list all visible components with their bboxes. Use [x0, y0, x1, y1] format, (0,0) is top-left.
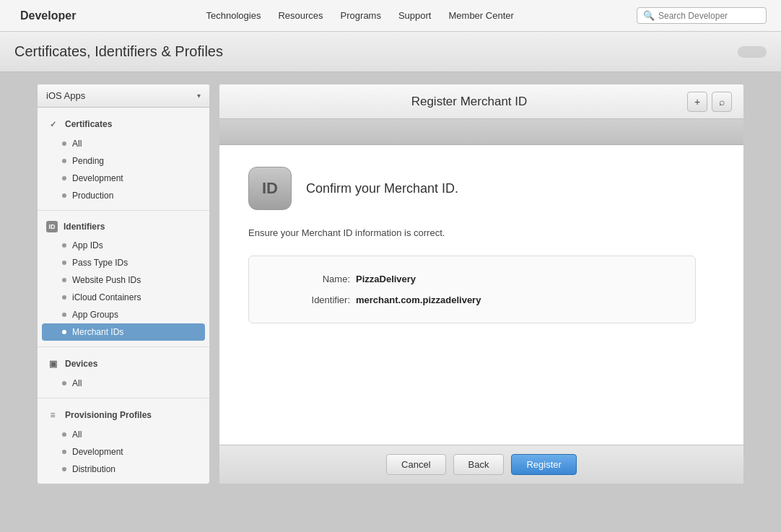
bullet-icon	[62, 450, 66, 454]
platform-dropdown[interactable]: iOS Apps ▾	[38, 84, 209, 108]
certificates-label: Certificates	[65, 119, 112, 129]
nav-technologies[interactable]: Technologies	[206, 10, 261, 21]
sidebar-item-pass-type-ids[interactable]: Pass Type IDs	[38, 254, 209, 271]
bullet-icon	[62, 243, 66, 248]
bullet-icon	[62, 330, 66, 334]
logo: Developer	[14, 9, 76, 22]
search-box[interactable]: 🔍	[637, 7, 767, 24]
header-actions: + ⌕	[687, 92, 732, 112]
sidebar-item-certificates-all[interactable]: All	[38, 135, 209, 152]
user-avatar[interactable]	[738, 46, 767, 58]
sidebar-item-label: Merchant IDs	[72, 327, 123, 337]
nav-support[interactable]: Support	[398, 10, 432, 21]
content-body: ID Confirm your Merchant ID. Ensure your…	[219, 145, 743, 445]
page-header: Certificates, Identifiers & Profiles	[0, 32, 781, 72]
sidebar-item-label: All	[72, 378, 82, 388]
bullet-icon	[62, 193, 66, 198]
sidebar-item-label: iCloud Containers	[72, 292, 141, 302]
sidebar: iOS Apps ▾ ✓ Certificates All Pending De…	[37, 84, 210, 484]
sidebar-item-label: Development	[72, 447, 123, 457]
provisioning-icon: ≡	[46, 409, 59, 422]
cancel-button[interactable]: Cancel	[386, 454, 445, 475]
sidebar-item-label: App Groups	[72, 310, 118, 320]
sidebar-item-label: Production	[72, 191, 113, 201]
bullet-icon	[62, 432, 66, 437]
main-container: iOS Apps ▾ ✓ Certificates All Pending De…	[37, 84, 744, 484]
page-title: Certificates, Identifiers & Profiles	[14, 43, 223, 60]
bullet-icon	[62, 278, 66, 282]
step-bar	[219, 119, 743, 145]
section-intro-title: Confirm your Merchant ID.	[306, 181, 458, 196]
devices-icon: ▣	[46, 357, 59, 370]
nav-links: Technologies Resources Programs Support …	[105, 10, 615, 21]
content-title: Register Merchant ID	[251, 95, 687, 109]
provisioning-label: Provisioning Profiles	[65, 410, 152, 420]
certificates-icon: ✓	[46, 118, 59, 131]
provisioning-heading: ≡ Provisioning Profiles	[38, 404, 209, 426]
devices-label: Devices	[65, 359, 97, 369]
certificates-heading: ✓ Certificates	[38, 113, 209, 135]
identifiers-heading: ID Identifiers	[38, 217, 209, 237]
top-navigation: Developer Technologies Resources Program…	[0, 0, 781, 32]
add-button[interactable]: +	[687, 92, 707, 112]
bullet-icon	[62, 261, 66, 265]
bullet-icon	[62, 295, 66, 300]
identifiers-section: ID Identifiers App IDs Pass Type IDs Web…	[38, 211, 209, 347]
bullet-icon	[62, 176, 66, 180]
identifiers-icon: ID	[46, 221, 58, 232]
sidebar-item-provisioning-development[interactable]: Development	[38, 443, 209, 461]
content-footer: Cancel Back Register	[219, 445, 743, 484]
identifier-row: Identifier: merchant.com.pizzadelivery	[278, 295, 666, 305]
sidebar-item-label: Development	[72, 173, 123, 183]
sidebar-item-devices-all[interactable]: All	[38, 375, 209, 392]
search-button[interactable]: ⌕	[712, 92, 732, 112]
confirm-box: Name: PizzaDelivery Identifier: merchant…	[248, 256, 696, 323]
provisioning-section: ≡ Provisioning Profiles All Development …	[38, 398, 209, 484]
sidebar-item-app-groups[interactable]: App Groups	[38, 306, 209, 323]
devices-heading: ▣ Devices	[38, 353, 209, 375]
certificates-section: ✓ Certificates All Pending Development P…	[38, 108, 209, 211]
identifier-value: merchant.com.pizzadelivery	[356, 295, 481, 305]
back-button[interactable]: Back	[453, 454, 505, 475]
sidebar-item-certificates-production[interactable]: Production	[38, 187, 209, 204]
sidebar-item-label: App IDs	[72, 240, 103, 250]
register-button[interactable]: Register	[511, 454, 576, 475]
sidebar-item-label: Distribution	[72, 464, 115, 474]
info-text: Ensure your Merchant ID information is c…	[248, 227, 715, 238]
search-icon: 🔍	[643, 10, 655, 21]
merchant-id-icon: ID	[248, 167, 292, 210]
identifiers-label: Identifiers	[64, 222, 105, 232]
name-label: Name:	[278, 274, 350, 284]
content-header: Register Merchant ID + ⌕	[219, 84, 743, 119]
bullet-icon	[62, 467, 66, 471]
nav-member-center[interactable]: Member Center	[449, 10, 514, 21]
sidebar-item-label: Website Push IDs	[72, 275, 141, 285]
name-value: PizzaDelivery	[356, 274, 416, 284]
platform-label: iOS Apps	[46, 90, 85, 101]
devices-section: ▣ Devices All	[38, 347, 209, 398]
dropdown-arrow-icon: ▾	[197, 92, 201, 100]
bullet-icon	[62, 381, 66, 385]
identifier-label: Identifier:	[278, 295, 350, 305]
nav-programs[interactable]: Programs	[341, 10, 381, 21]
search-input[interactable]	[658, 11, 760, 21]
section-intro: ID Confirm your Merchant ID.	[248, 167, 715, 210]
nav-resources[interactable]: Resources	[278, 10, 323, 21]
sidebar-item-app-ids[interactable]: App IDs	[38, 237, 209, 254]
sidebar-item-certificates-pending[interactable]: Pending	[38, 152, 209, 170]
sidebar-item-label: Pass Type IDs	[72, 258, 128, 268]
bullet-icon	[62, 159, 66, 163]
sidebar-item-label: Pending	[72, 156, 104, 166]
sidebar-item-provisioning-distribution[interactable]: Distribution	[38, 461, 209, 478]
sidebar-item-certificates-development[interactable]: Development	[38, 170, 209, 187]
content-area: Register Merchant ID + ⌕ ID Confirm your…	[219, 84, 744, 484]
name-row: Name: PizzaDelivery	[278, 274, 666, 284]
sidebar-item-icloud-containers[interactable]: iCloud Containers	[38, 289, 209, 306]
bullet-icon	[62, 313, 66, 317]
sidebar-item-provisioning-all[interactable]: All	[38, 426, 209, 443]
sidebar-item-label: All	[72, 429, 82, 440]
sidebar-item-merchant-ids[interactable]: Merchant IDs	[42, 323, 205, 341]
logo-text: Developer	[20, 9, 76, 22]
sidebar-item-website-push-ids[interactable]: Website Push IDs	[38, 271, 209, 289]
bullet-icon	[62, 141, 66, 146]
